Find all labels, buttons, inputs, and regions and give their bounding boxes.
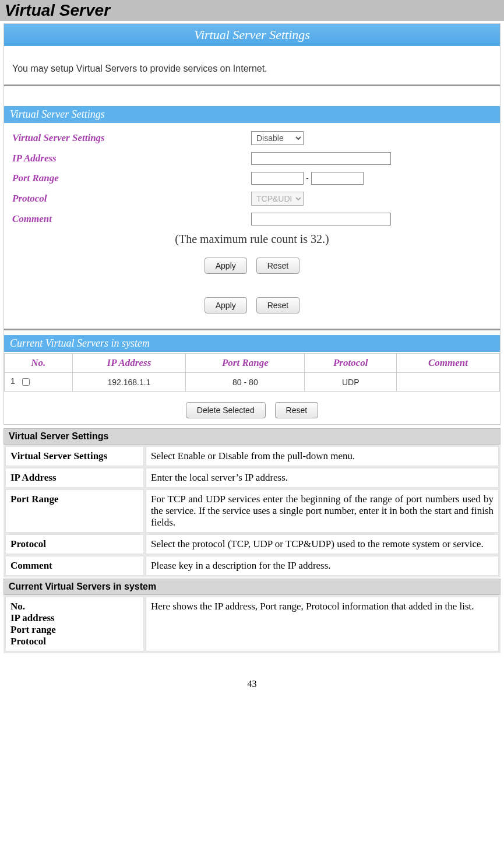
vss-select[interactable]: Disable [251, 131, 304, 145]
portrange-label: Port Range [10, 172, 251, 184]
doc-val: Here shows the IP address, Port range, P… [146, 597, 499, 651]
screenshot-panel: Virtual Server Settings You may setup Vi… [3, 23, 501, 425]
row-comment [396, 373, 499, 392]
doc-key: Protocol [5, 534, 144, 554]
current-subheader: Current Virtual Servers in system [4, 335, 500, 352]
row-ip: 192.168.1.1 [72, 373, 186, 392]
protocol-select[interactable]: TCP&UDP [251, 192, 304, 206]
vss-label: Virtual Server Settings [10, 132, 251, 144]
current-servers-table: No. IP Address Port Range Protocol Comme… [4, 353, 500, 392]
row-protocol: UDP [305, 373, 396, 392]
row-port: 80 - 80 [186, 373, 305, 392]
th-port: Port Range [186, 354, 305, 373]
comment-label: Comment [10, 213, 251, 225]
row-checkbox[interactable] [22, 378, 30, 386]
doc-sec1-title: Virtual Server Settings [3, 428, 501, 445]
th-comment: Comment [396, 354, 499, 373]
row-no: 1 [10, 376, 15, 386]
page-number: 43 [0, 654, 504, 695]
doc-key: Comment [5, 556, 144, 576]
max-rule-note: (The maximum rule count is 32.) [10, 229, 494, 254]
doc-key: Port Range [5, 489, 144, 533]
doc-val: Enter the local server’s IP address. [146, 468, 499, 488]
port-sep: - [304, 174, 311, 183]
doc-table-1: Virtual Server Settings Select Enable or… [3, 445, 501, 577]
apply-button-1[interactable]: Apply [205, 258, 247, 274]
doc-key: No. IP address Port range Protocol [5, 597, 144, 651]
th-no: No. [5, 354, 73, 373]
doc-val: Select Enable or Disable from the pull-d… [146, 446, 499, 466]
doc-val: For TCP and UDP services enter the begin… [146, 489, 499, 533]
doc-key: Virtual Server Settings [5, 446, 144, 466]
settings-subheader: Virtual Server Settings [4, 106, 500, 123]
th-ip: IP Address [72, 354, 186, 373]
doc-table-2: No. IP address Port range Protocol Here … [3, 595, 501, 653]
doc-val: Select the protocol (TCP, UDP or TCP&UDP… [146, 534, 499, 554]
reset-button-1[interactable]: Reset [256, 258, 300, 274]
delete-selected-button[interactable]: Delete Selected [186, 402, 266, 418]
port-end-input[interactable] [311, 172, 364, 185]
reset-button-3[interactable]: Reset [275, 402, 319, 418]
intro-text: You may setup Virtual Servers to provide… [4, 46, 500, 86]
port-start-input[interactable] [251, 172, 304, 185]
settings-form: Virtual Server Settings Disable IP Addre… [4, 123, 500, 324]
th-protocol: Protocol [305, 354, 396, 373]
panel-title: Virtual Server Settings [4, 24, 500, 46]
doc-key: IP Address [5, 468, 144, 488]
comment-input[interactable] [251, 213, 391, 225]
doc-section: Virtual Server Settings Virtual Server S… [3, 428, 501, 653]
apply-button-2[interactable]: Apply [205, 297, 247, 313]
ip-label: IP Address [10, 153, 251, 164]
table-row: 1 192.168.1.1 80 - 80 UDP [5, 373, 500, 392]
protocol-label: Protocol [10, 193, 251, 205]
page-title: Virtual Server [0, 0, 504, 21]
doc-sec2-title: Current Virtual Servers in system [3, 579, 501, 595]
ip-input[interactable] [251, 152, 391, 165]
doc-val: Please key in a description for the IP a… [146, 556, 499, 576]
reset-button-2[interactable]: Reset [256, 297, 300, 313]
